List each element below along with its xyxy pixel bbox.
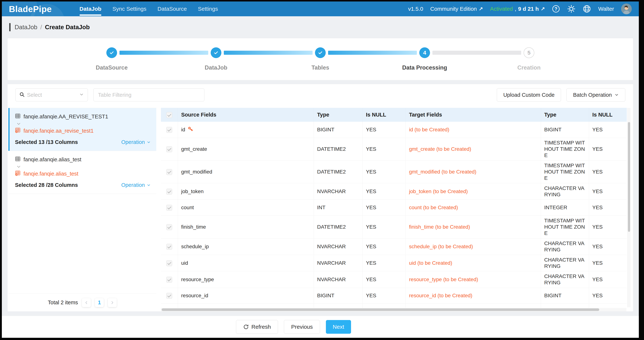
source-field-type: NVARCHAR [314, 183, 362, 200]
page-title: Create DataJob [45, 24, 90, 31]
column-header-source-type: Type [314, 108, 362, 122]
step-indicator-creation: 5 [524, 47, 534, 58]
target-field-name[interactable]: gmt_create (to be Created) [406, 138, 541, 160]
pagination-page-1[interactable]: 1 [95, 298, 104, 307]
column-header-source-is-null: Is NULL [362, 108, 406, 122]
select-all-checkbox[interactable] [166, 112, 172, 118]
step-label-datajob: DataJob [205, 64, 227, 71]
source-table-icon [15, 113, 20, 120]
target-field-name[interactable]: gmt_modified (to be Created) [406, 160, 541, 183]
row-checkbox[interactable] [166, 224, 172, 230]
expand-chevron-icon[interactable] [16, 122, 151, 126]
wizard-steps: DataSourceDataJobTables4Data Processing5… [60, 47, 581, 71]
breadcrumb-accent-bar [9, 23, 10, 31]
field-table-row: count INT YES count (to be Created) INTE… [161, 200, 627, 216]
row-checkbox[interactable] [166, 146, 172, 152]
chevron-right-icon [110, 300, 114, 305]
target-is-null-value: YES [589, 138, 627, 160]
user-avatar[interactable] [621, 4, 632, 14]
refresh-label: Refresh [251, 324, 271, 330]
target-is-null-value: YES [589, 255, 627, 271]
pagination-prev-button[interactable] [82, 298, 91, 307]
wizard-card: DataSourceDataJobTables4Data Processing5… [8, 38, 633, 80]
breadcrumb-parent[interactable]: DataJob [14, 24, 37, 31]
search-icon [19, 92, 25, 98]
language-globe-icon[interactable] [582, 4, 591, 13]
target-field-type: TIMESTAMP WITHOUT TIME ZONE [541, 160, 589, 183]
field-table-row: gmt_modified DATETIME2 YES gmt_modified … [161, 160, 627, 183]
source-table-name: fanqie.afanqie.AA_REVISE_TEST1 [24, 114, 108, 120]
target-field-name[interactable]: job_token (to be Created) [406, 183, 541, 200]
next-button[interactable]: Next [326, 320, 351, 334]
table-pair-card[interactable]: fanqie.afanqie.alias_test fanqie.fanqie.… [8, 151, 156, 194]
help-icon[interactable]: ? [552, 5, 560, 13]
nav-item-settings[interactable]: Settings [192, 2, 224, 16]
target-is-null-value: YES [589, 216, 627, 238]
operation-dropdown[interactable]: Operation [121, 182, 151, 188]
pagination-next-button[interactable] [108, 298, 117, 307]
row-checkbox[interactable] [166, 127, 172, 133]
source-field-type: BIGINT [314, 288, 362, 304]
target-field-name[interactable]: schedule_ip (to be Created) [406, 238, 541, 255]
target-field-name[interactable]: id (to be Created) [406, 122, 541, 138]
horizontal-scrollbar[interactable] [161, 308, 626, 311]
theme-sun-icon[interactable] [567, 4, 576, 13]
edition-link[interactable]: Community Edition ↗ [430, 6, 483, 12]
table-filtering-input[interactable] [94, 88, 204, 101]
row-checkbox[interactable] [166, 277, 172, 283]
content-card: Select Upload Custom Code Batch Operatio… [8, 84, 633, 312]
version-label: v1.5.0 [408, 6, 423, 12]
row-checkbox[interactable] [166, 169, 172, 175]
table-select-dropdown[interactable]: Select [15, 88, 88, 101]
expand-chevron-icon[interactable] [16, 164, 151, 169]
target-is-null-value: YES [589, 122, 627, 138]
refresh-button[interactable]: Refresh [236, 320, 278, 334]
target-field-name[interactable]: count (to be Created) [406, 200, 541, 216]
vertical-scrollbar-thumb[interactable] [628, 122, 630, 232]
field-mapping-panel: Source Fields Type Is NULL Target Fields… [161, 108, 630, 311]
source-field-name: gmt_modified [181, 169, 212, 175]
footer-action-bar: Refresh Previous Next [2, 316, 639, 338]
operation-dropdown[interactable]: Operation [121, 139, 151, 145]
column-header-target-type: Type [541, 108, 589, 122]
license-link[interactable]: Activated , 9 d 21 h ↗ [490, 6, 545, 12]
source-is-null-value: YES [362, 255, 406, 271]
nav-item-sync-settings[interactable]: Sync Settings [107, 2, 152, 16]
source-is-null-value: YES [362, 160, 406, 183]
table-pair-card[interactable]: fanqie.afanqie.AA_REVISE_TEST1 fanqie.fa… [8, 108, 156, 151]
app-logo[interactable]: BladePipe [9, 4, 52, 14]
row-checkbox[interactable] [166, 260, 172, 266]
user-name[interactable]: Walter [598, 6, 614, 12]
source-field-type: INT [314, 200, 362, 216]
upload-custom-code-button[interactable]: Upload Custom Code [497, 88, 561, 102]
target-field-name[interactable]: resource_type (to be Created) [406, 271, 541, 288]
field-table-row: finish_time DATETIME2 YES finish_time (t… [161, 216, 627, 238]
field-table-row: uid NVARCHAR YES uid (to be Created) CHA… [161, 255, 627, 271]
row-checkbox[interactable] [166, 293, 172, 299]
chevron-down-icon [147, 183, 151, 187]
horizontal-scrollbar-thumb[interactable] [162, 308, 599, 311]
batch-operation-button[interactable]: Batch Operation [566, 88, 625, 102]
nav-menu: DataJobSync SettingsDataSourceSettings [74, 2, 224, 16]
nav-item-datasource[interactable]: DataSource [152, 2, 192, 16]
source-field-name: uid [181, 260, 188, 266]
nav-item-datajob[interactable]: DataJob [74, 2, 107, 16]
sidebar-pagination: Total 2 items 1 [8, 294, 156, 311]
step-label-creation: Creation [517, 64, 540, 71]
source-field-type: NVARCHAR [314, 271, 362, 288]
previous-button[interactable]: Previous [284, 320, 320, 334]
target-field-name[interactable]: resource_id (to be Created) [406, 288, 541, 304]
target-field-name[interactable]: uid (to be Created) [406, 255, 541, 271]
row-checkbox[interactable] [166, 205, 172, 211]
table-pair-list: fanqie.afanqie.AA_REVISE_TEST1 fanqie.fa… [8, 108, 156, 194]
operation-label: Operation [121, 182, 145, 188]
row-checkbox[interactable] [166, 244, 172, 250]
target-field-type: TIMESTAMP WITHOUT TIME ZONE [541, 138, 589, 160]
svg-text:?: ? [555, 6, 558, 12]
target-field-name[interactable]: finish_time (to be Created) [406, 216, 541, 238]
row-checkbox[interactable] [166, 189, 172, 194]
source-field-name: gmt_create [181, 146, 207, 152]
footer-buttons: Refresh Previous Next [236, 320, 351, 334]
vertical-scrollbar[interactable] [627, 108, 630, 307]
wizard-step-datajob: DataJob [164, 47, 268, 71]
